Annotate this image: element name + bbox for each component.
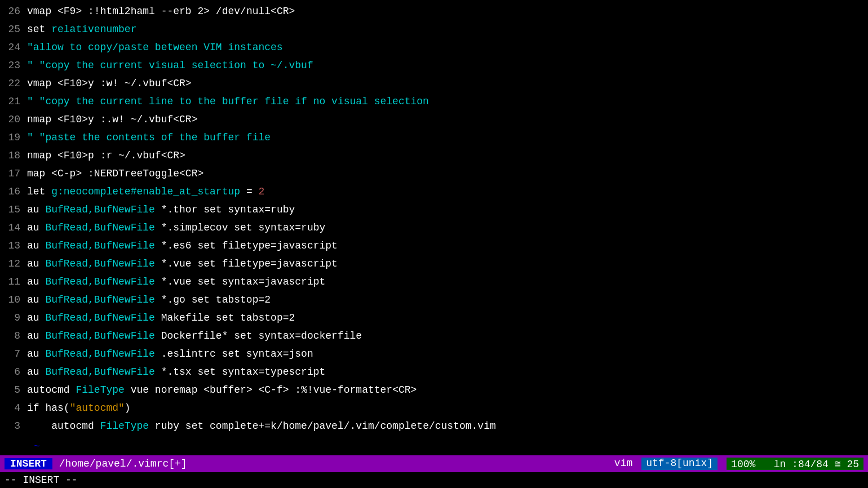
line-number: 19 bbox=[0, 128, 27, 147]
line-number: 20 bbox=[0, 110, 27, 128]
line-content: au BufRead,BufNewFile Makefile set tabst… bbox=[27, 309, 295, 327]
line-content: vmap <F10>y :w! ~/.vbuf<CR> bbox=[27, 74, 192, 92]
line-content: autocmd FileType vue noremap <buffer> <C… bbox=[27, 381, 417, 399]
line-number: 10 bbox=[0, 291, 27, 309]
code-line: 16let g:neocomplete#enable_at_startup = … bbox=[0, 183, 868, 201]
line-content: " "copy the current line to the buffer f… bbox=[27, 92, 429, 110]
line-number: 6 bbox=[0, 363, 27, 381]
code-line: 20nmap <F10>y :.w! ~/.vbuf<CR> bbox=[0, 110, 868, 128]
code-line: 5autocmd FileType vue noremap <buffer> <… bbox=[0, 381, 868, 399]
code-line: 4if has("autocmd") bbox=[0, 399, 868, 417]
line-number: 23 bbox=[0, 56, 27, 74]
line-number: 8 bbox=[0, 327, 27, 345]
line-number: 9 bbox=[0, 309, 27, 327]
code-line: 13au BufRead,BufNewFile *.es6 set filety… bbox=[0, 237, 868, 255]
line-content: au BufRead,BufNewFile *.vue set filetype… bbox=[27, 255, 338, 273]
code-line: 11au BufRead,BufNewFile *.vue set syntax… bbox=[0, 273, 868, 291]
line-content: let g:neocomplete#enable_at_startup = 2 bbox=[27, 183, 264, 201]
code-line: 24"allow to copy/paste between VIM insta… bbox=[0, 38, 868, 56]
line-content: autocmd FileType ruby set complete+=k/ho… bbox=[27, 417, 496, 435]
code-line: 17map <C-p> :NERDTreeToggle<CR> bbox=[0, 165, 868, 183]
line-content: " "paste the contents of the buffer file bbox=[27, 128, 271, 147]
code-line: 23" "copy the current visual selection t… bbox=[0, 56, 868, 74]
line-number: 5 bbox=[0, 381, 27, 399]
code-line: 18nmap <F10>p :r ~/.vbuf<CR> bbox=[0, 147, 868, 165]
line-number: 21 bbox=[0, 92, 27, 110]
line-number: 25 bbox=[0, 20, 27, 38]
code-line: 21" "copy the current line to the buffer… bbox=[0, 92, 868, 110]
code-line: 8au BufRead,BufNewFile Dockerfile* set s… bbox=[0, 327, 868, 345]
filepath: /home/pavel/.vimrc[+] bbox=[59, 458, 614, 469]
line-number: 3 bbox=[0, 417, 27, 435]
statusbar: INSERT /home/pavel/.vimrc[+] vim utf-8[u… bbox=[0, 455, 868, 472]
line-content: au BufRead,BufNewFile *.simplecov set sy… bbox=[27, 219, 325, 237]
line-number: 11 bbox=[0, 273, 27, 291]
code-line: 15au BufRead,BufNewFile *.thor set synta… bbox=[0, 201, 868, 219]
line-number: 24 bbox=[0, 38, 27, 56]
code-line: 25set relativenumber bbox=[0, 20, 868, 38]
filetype: vim bbox=[614, 458, 632, 470]
line-number: 7 bbox=[0, 345, 27, 363]
line-number: 15 bbox=[0, 201, 27, 219]
line-number: 12 bbox=[0, 255, 27, 273]
line-content: au BufRead,BufNewFile *.go set tabstop=2 bbox=[27, 291, 271, 309]
right-info: vim utf-8[unix] 100% ln :84/84 ≅ 25 bbox=[614, 458, 863, 470]
vim-mode: INSERT bbox=[5, 458, 52, 469]
line-number: 13 bbox=[0, 237, 27, 255]
line-content: au BufRead,BufNewFile *.thor set syntax=… bbox=[27, 201, 295, 219]
line-content: map <C-p> :NERDTreeToggle<CR> bbox=[27, 165, 203, 183]
line-number: 16 bbox=[0, 183, 27, 201]
code-line: 12au BufRead,BufNewFile *.vue set filety… bbox=[0, 255, 868, 273]
code-line: 9au BufRead,BufNewFile Makefile set tabs… bbox=[0, 309, 868, 327]
line-content: "allow to copy/paste between VIM instanc… bbox=[27, 38, 283, 56]
code-line: 22vmap <F10>y :w! ~/.vbuf<CR> bbox=[0, 74, 868, 92]
vim-editor: 26vmap <F9> :!html2haml --erb 2> /dev/nu… bbox=[0, 0, 868, 488]
line-content: au BufRead,BufNewFile Dockerfile* set sy… bbox=[27, 327, 362, 345]
position: 100% ln :84/84 ≅ 25 bbox=[727, 458, 863, 470]
line-content: au BufRead,BufNewFile *.tsx set syntax=t… bbox=[27, 363, 325, 381]
line-number: 26 bbox=[0, 2, 27, 20]
line-content: set relativenumber bbox=[27, 20, 136, 38]
code-line: 10au BufRead,BufNewFile *.go set tabstop… bbox=[0, 291, 868, 309]
line-number: 17 bbox=[0, 165, 27, 183]
code-line: 19" "paste the contents of the buffer fi… bbox=[0, 128, 868, 147]
code-line: 26vmap <F9> :!html2haml --erb 2> /dev/nu… bbox=[0, 2, 868, 20]
code-line: 6au BufRead,BufNewFile *.tsx set syntax=… bbox=[0, 363, 868, 381]
line-content: au BufRead,BufNewFile *.vue set syntax=j… bbox=[27, 273, 325, 291]
line-content: nmap <F10>p :r ~/.vbuf<CR> bbox=[27, 147, 185, 165]
code-line: 14au BufRead,BufNewFile *.simplecov set … bbox=[0, 219, 868, 237]
code-area: 26vmap <F9> :!html2haml --erb 2> /dev/nu… bbox=[0, 0, 868, 437]
line-content: " "copy the current visual selection to … bbox=[27, 56, 313, 74]
encoding: utf-8[unix] bbox=[641, 458, 718, 470]
line-content: au BufRead,BufNewFile .eslintrc set synt… bbox=[27, 345, 313, 363]
line-content: nmap <F10>y :.w! ~/.vbuf<CR> bbox=[27, 110, 197, 128]
tilde-line: ~ bbox=[0, 437, 868, 455]
code-line: 7au BufRead,BufNewFile .eslintrc set syn… bbox=[0, 345, 868, 363]
line-number: 14 bbox=[0, 219, 27, 237]
line-content: if has("autocmd") bbox=[27, 399, 131, 417]
cmd-line: -- INSERT -- bbox=[0, 472, 868, 488]
code-line: 3 autocmd FileType ruby set complete+=k/… bbox=[0, 417, 868, 435]
line-number: 18 bbox=[0, 147, 27, 165]
line-number: 22 bbox=[0, 74, 27, 92]
line-number: 4 bbox=[0, 399, 27, 417]
line-content: au BufRead,BufNewFile *.es6 set filetype… bbox=[27, 237, 338, 255]
line-content: vmap <F9> :!html2haml --erb 2> /dev/null… bbox=[27, 2, 295, 20]
